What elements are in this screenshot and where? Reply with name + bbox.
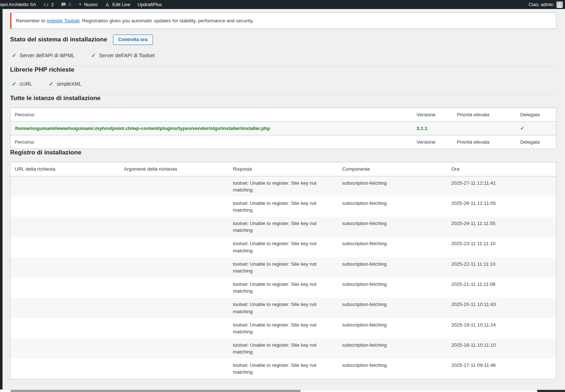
col-delegata: Delegata [516,108,556,121]
log-args [119,237,229,257]
log-args [119,217,229,237]
main-content: Remember to register Toolset. Registrati… [10,13,556,379]
log-args [119,278,229,298]
instance-row: /home/nogumami/www/nogumami.myhostpoint.… [10,122,556,135]
instance-delegated-check-icon: ✓ [516,122,556,135]
log-url [10,217,119,237]
log-component: subscription-fetching [338,298,447,318]
simplexml-check: ✓ simpleXML [49,81,82,87]
log-response: toolset: Unable to register: Site key no… [229,176,338,197]
comment-count: 0 [68,2,71,7]
instance-path: /home/nogumami/www/nogumami.myhostpoint.… [10,122,412,135]
col-request-args: Argomenti della richiesta [119,162,229,176]
log-response: toolset: Unable to register: Site key no… [229,237,338,257]
col-percorso: Percorso [10,135,412,149]
check-now-button[interactable]: Controlla ora [113,35,153,45]
api-server-checks: ✓ Server dell'API di WPML ✓ Server dell'… [12,52,556,59]
check-icon: ✓ [12,81,17,87]
log-url [10,197,119,217]
col-versione: Versione [412,108,453,121]
log-response: toolset: Unable to register: Site key no… [229,197,338,217]
log-row: toolset: Unable to register: Site key no… [10,278,556,298]
log-args [119,257,229,278]
col-percorso: Percorso [10,108,412,121]
col-priorita: Priorità elevata [453,108,516,121]
toolset-api-label: Server dell'API di Toolset [99,53,155,58]
log-args [119,318,229,338]
log-row: toolset: Unable to register: Site key no… [10,197,556,217]
log-time: 2025-18-11 10:11:10 [447,338,556,359]
col-request-url: URL della richiesta [10,162,119,176]
admin-bar-account[interactable]: Ciao, admin [525,0,565,9]
register-toolset-link[interactable]: register Toolset [47,18,80,23]
plus-icon: + [78,1,82,7]
log-time: 2025-20-11 10:11:43 [447,298,556,318]
notice-text-prefix: Remember to [16,18,47,23]
log-args [119,197,229,217]
log-args [119,176,229,197]
curl-label: cURL [20,81,32,87]
avada-icon [105,2,110,7]
log-url [10,298,119,318]
check-icon: ✓ [91,52,96,59]
admin-bar-edit-live[interactable]: Edit Live [101,0,134,9]
log-time: 2025-19-11 10:11:24 [447,318,556,338]
log-component: subscription-fetching [338,257,447,278]
instance-version: 3.1.1 [412,122,453,135]
log-component: subscription-fetching [338,176,447,197]
avatar [556,1,563,8]
log-time: 2025-24-11 11:11:55 [447,217,556,237]
check-icon: ✓ [49,81,54,87]
log-time: 2025-27-11 12:11:41 [447,176,556,197]
log-response: toolset: Unable to register: Site key no… [229,278,338,298]
log-row: toolset: Unable to register: Site key no… [10,298,556,318]
update-count: 2 [51,2,54,7]
log-header-row: URL della richiesta Argomenti della rich… [10,162,556,176]
log-title: Registro di installazione [10,149,556,156]
log-time: 2025-21-11 11:11:08 [447,278,556,298]
col-component: Componente [338,162,447,176]
horizontal-scrollbar-thumb[interactable] [11,390,300,392]
admin-bar-comments[interactable]: 0 [57,0,74,9]
admin-bar-updraftplus[interactable]: UpdraftPlus [134,0,166,9]
col-response: Risposta [229,162,338,176]
log-time: 2025-22-11 11:11:10 [447,257,556,278]
installation-log-table: URL della richiesta Argomenti della rich… [10,162,556,379]
log-args [119,298,229,318]
comments-icon [61,2,66,7]
log-args [119,338,229,359]
simplexml-label: simpleXML [56,81,81,87]
col-priorita: Priorità elevata [453,135,516,149]
instance-priority [453,122,516,135]
log-response: toolset: Unable to register: Site key no… [229,257,338,278]
log-component: subscription-fetching [338,197,447,217]
instances-footer-row: Percorso Versione Priorità elevata Deleg… [10,135,556,149]
instances-header-row: Percorso Versione Priorità elevata Deleg… [10,108,556,121]
collapsed-admin-menu-rail[interactable] [0,9,3,389]
log-component: subscription-fetching [338,318,447,338]
log-url [10,318,119,338]
col-time: Ora [447,162,556,176]
horizontal-scrollbar[interactable] [0,389,565,392]
log-row: toolset: Unable to register: Site key no… [10,359,556,379]
admin-bar-new[interactable]: + Nuovo [75,0,101,9]
log-response: toolset: Unable to register: Site key no… [229,217,338,237]
col-versione: Versione [412,135,453,149]
php-libraries-title: Librerie PHP richieste [10,66,556,73]
check-icon: ✓ [12,52,17,59]
log-row: toolset: Unable to register: Site key no… [10,338,556,359]
admin-bar-updates[interactable]: 2 [40,0,57,9]
col-delegata: Delegata [516,135,556,149]
instances-title: Tutte le istanze di installazione [10,95,556,102]
log-url [10,257,119,278]
log-row: toolset: Unable to register: Site key no… [10,318,556,338]
log-time: 2025-26-11 12:11:05 [447,197,556,217]
system-status-title: Stato del sistema di installazione [10,36,107,43]
php-library-checks: ✓ cURL ✓ simpleXML [12,81,556,87]
log-response: toolset: Unable to register: Site key no… [229,338,338,359]
scrollbar-corner [537,390,565,392]
admin-bar-site-name[interactable]: biani Architetto SA [0,0,40,9]
log-row: toolset: Unable to register: Site key no… [10,176,556,197]
log-response: toolset: Unable to register: Site key no… [229,298,338,318]
log-component: subscription-fetching [338,237,447,257]
